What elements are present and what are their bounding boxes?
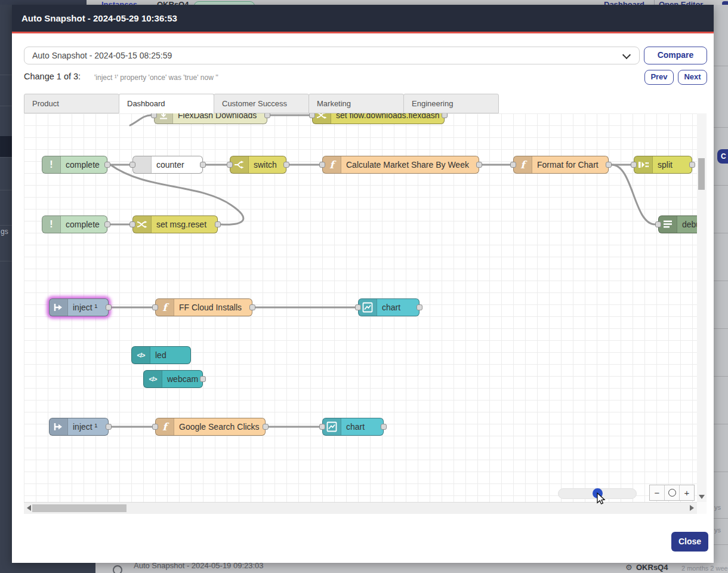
background-sidebar-top xyxy=(0,0,87,5)
output-port[interactable] xyxy=(417,304,422,310)
prev-button[interactable]: Prev xyxy=(644,70,674,85)
output-port[interactable] xyxy=(200,376,206,382)
breadcrumb-instances: Instances xyxy=(101,0,137,5)
flow-node-ff-cloud-installs[interactable]: fFF Cloud Installs xyxy=(155,298,252,316)
output-port[interactable] xyxy=(215,221,221,227)
flow-node-set-msg-reset[interactable]: set msg.reset xyxy=(132,215,218,233)
output-port[interactable] xyxy=(200,162,206,168)
input-port[interactable] xyxy=(227,162,233,168)
tab-customer-success[interactable]: Customer Success xyxy=(214,94,309,113)
vertical-scrollbar-thumb[interactable] xyxy=(698,158,705,190)
breadcrumb-app-name: OKRsQ4 xyxy=(157,0,189,5)
snapshot-dialog: Auto Snapshot - 2024-05-29 10:36:53 Auto… xyxy=(12,5,714,563)
node-label: webcam xyxy=(162,371,202,387)
blank-icon xyxy=(133,156,152,173)
tab-engineering[interactable]: Engineering xyxy=(403,94,499,113)
tab-dashboard[interactable]: Dashboard xyxy=(119,94,214,113)
flow-node-set-flow-downloads-flexdash[interactable]: set flow.downloads.flexdash xyxy=(312,113,445,124)
output-port[interactable] xyxy=(442,113,448,118)
input-port[interactable] xyxy=(152,304,158,310)
node-label: debug xyxy=(677,216,697,233)
output-port[interactable] xyxy=(476,162,482,168)
flow-node-chart-2[interactable]: chart xyxy=(322,418,384,436)
input-port[interactable] xyxy=(319,424,325,430)
input-port[interactable] xyxy=(355,304,361,310)
node-label: split xyxy=(653,156,692,173)
output-port[interactable] xyxy=(606,162,612,168)
horizontal-scrollbar-thumb[interactable] xyxy=(32,504,127,512)
zoom-slider[interactable] xyxy=(558,488,637,499)
flow-canvas[interactable]: FlexDash Downloadsset flow.downloads.fle… xyxy=(24,113,697,502)
tab-product[interactable]: Product xyxy=(24,94,119,113)
flow-node-switch[interactable]: switch xyxy=(230,156,286,174)
shuffle-icon xyxy=(313,113,331,124)
function-icon: f xyxy=(156,418,174,435)
zoom-out-button[interactable]: − xyxy=(650,485,664,500)
chart-icon xyxy=(323,418,341,435)
input-port[interactable] xyxy=(510,162,516,168)
close-button[interactable]: Close xyxy=(671,532,708,552)
flow-node-complete-1[interactable]: !complete xyxy=(42,156,107,174)
output-port[interactable] xyxy=(106,304,112,310)
flow-node-calculate-market-share[interactable]: fCalculate Market Share By Week xyxy=(322,156,479,174)
wire xyxy=(612,165,655,224)
node-label: Calculate Market Share By Week xyxy=(341,156,479,173)
flow-tabs: Product Dashboard Customer Success Marke… xyxy=(24,94,499,113)
node-label: FlexDash Downloads xyxy=(173,113,267,124)
flow-node-webcam[interactable]: </>webcam xyxy=(143,370,203,388)
flow-node-debug[interactable]: debug xyxy=(658,215,697,233)
flow-node-flexdash-downloads[interactable]: FlexDash Downloads xyxy=(154,113,267,124)
flow-node-counter[interactable]: counter xyxy=(132,156,203,174)
flow-node-split[interactable]: split xyxy=(634,156,692,174)
scroll-left-arrow-icon[interactable] xyxy=(27,505,31,511)
vertical-scrollbar[interactable] xyxy=(697,113,707,502)
exclaim-icon: ! xyxy=(42,216,61,233)
wire xyxy=(130,115,151,125)
output-port[interactable] xyxy=(104,162,110,168)
output-port[interactable] xyxy=(104,221,110,227)
output-port[interactable] xyxy=(249,304,255,310)
node-label: chart xyxy=(341,418,383,435)
input-port[interactable] xyxy=(631,162,637,168)
input-port[interactable] xyxy=(655,221,661,227)
input-port[interactable] xyxy=(129,221,135,227)
divider xyxy=(654,0,655,5)
snapshot-select[interactable]: Auto Snapshot - 2024-05-15 08:25:59 xyxy=(24,47,640,64)
flow-node-inject-2[interactable]: inject ¹ xyxy=(49,418,109,436)
flow-node-inject-1[interactable]: inject ¹ xyxy=(49,298,109,316)
shuffle-icon xyxy=(133,216,152,233)
zoom-in-button[interactable]: + xyxy=(679,485,694,500)
output-port[interactable] xyxy=(263,424,269,430)
input-port[interactable] xyxy=(309,113,315,118)
flow-node-led[interactable]: </>led xyxy=(131,346,191,364)
zoom-slider-thumb[interactable] xyxy=(593,488,603,498)
input-port[interactable] xyxy=(129,162,135,168)
input-port[interactable] xyxy=(151,113,157,118)
zoom-reset-button[interactable] xyxy=(664,485,679,500)
switch-icon xyxy=(230,156,249,173)
scroll-right-arrow-icon[interactable] xyxy=(690,505,694,511)
background-sidebar: gs xyxy=(0,5,12,563)
node-label: complete xyxy=(61,216,107,233)
node-label: led xyxy=(150,347,190,363)
node-label: Google Search Clicks xyxy=(174,418,265,435)
flow-node-google-search-clicks[interactable]: fGoogle Search Clicks xyxy=(155,418,266,436)
next-button[interactable]: Next xyxy=(678,70,707,85)
tab-marketing[interactable]: Marketing xyxy=(309,94,404,113)
output-port[interactable] xyxy=(381,424,387,430)
flow-node-format-for-chart[interactable]: fFormat for Chart xyxy=(513,156,609,174)
input-port[interactable] xyxy=(152,424,158,430)
flow-node-chart-1[interactable]: chart xyxy=(358,298,419,316)
inject-icon xyxy=(50,299,68,316)
dashboard-link: Dashboard xyxy=(604,0,644,5)
flow-node-complete-2[interactable]: !complete xyxy=(42,215,107,233)
compare-button[interactable]: Compare xyxy=(644,47,707,64)
output-port[interactable] xyxy=(689,162,695,168)
zoom-reset-icon xyxy=(668,489,676,497)
input-port[interactable] xyxy=(319,162,325,168)
horizontal-scrollbar[interactable] xyxy=(24,502,697,514)
scroll-down-arrow-icon[interactable] xyxy=(699,495,705,499)
output-port[interactable] xyxy=(264,113,270,118)
output-port[interactable] xyxy=(106,424,112,430)
output-port[interactable] xyxy=(283,162,289,168)
